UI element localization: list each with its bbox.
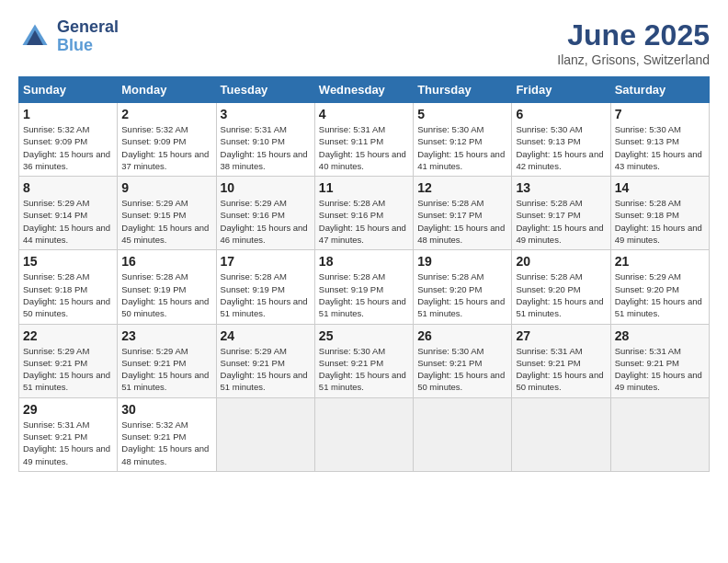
day-number: 5 [417, 107, 507, 121]
calendar-cell: 19Sunrise: 5:28 AMSunset: 9:20 PMDayligh… [414, 250, 512, 324]
day-number: 10 [221, 180, 311, 195]
page-header: General Blue June 2025 Ilanz, Grisons, S… [18, 18, 710, 67]
day-info: Sunrise: 5:29 AMSunset: 9:20 PMDaylight:… [615, 270, 705, 319]
day-info: Sunrise: 5:31 AMSunset: 9:21 PMDaylight:… [516, 345, 606, 394]
day-number: 4 [319, 107, 409, 121]
calendar-cell: 4Sunrise: 5:31 AMSunset: 9:11 PMDaylight… [314, 103, 413, 177]
sunset-text: Sunset: 9:21 PM [319, 358, 383, 368]
sunset-text: Sunset: 9:21 PM [221, 358, 285, 368]
sunset-text: Sunset: 9:20 PM [516, 284, 580, 294]
day-info: Sunrise: 5:30 AMSunset: 9:13 PMDaylight:… [516, 123, 606, 172]
sunrise-text: Sunrise: 5:28 AM [319, 198, 385, 208]
day-info: Sunrise: 5:28 AMSunset: 9:20 PMDaylight:… [417, 270, 507, 319]
sunset-text: Sunset: 9:12 PM [417, 136, 482, 146]
day-info: Sunrise: 5:29 AMSunset: 9:21 PMDaylight:… [23, 345, 113, 394]
daylight-text: Daylight: 15 hours and 37 minutes. [121, 149, 209, 171]
day-info: Sunrise: 5:31 AMSunset: 9:21 PMDaylight:… [615, 345, 705, 394]
sunset-text: Sunset: 9:21 PM [23, 358, 87, 368]
sunset-text: Sunset: 9:18 PM [615, 210, 679, 220]
calendar-cell: 21Sunrise: 5:29 AMSunset: 9:20 PMDayligh… [610, 250, 709, 324]
daylight-text: Daylight: 15 hours and 41 minutes. [417, 149, 505, 171]
sunset-text: Sunset: 9:17 PM [516, 210, 580, 220]
daylight-text: Daylight: 15 hours and 50 minutes. [417, 370, 505, 392]
sunrise-text: Sunrise: 5:29 AM [615, 271, 681, 282]
day-number: 11 [319, 180, 409, 195]
calendar-cell: 24Sunrise: 5:29 AMSunset: 9:21 PMDayligh… [216, 324, 314, 397]
sunset-text: Sunset: 9:16 PM [319, 210, 383, 220]
daylight-text: Daylight: 15 hours and 51 minutes. [23, 370, 110, 392]
sunrise-text: Sunrise: 5:29 AM [23, 198, 89, 208]
daylight-text: Daylight: 15 hours and 49 minutes. [615, 370, 702, 392]
sunrise-text: Sunrise: 5:28 AM [417, 271, 483, 282]
column-header-saturday: Saturday [610, 77, 709, 103]
sunrise-text: Sunrise: 5:29 AM [23, 346, 89, 356]
day-number: 28 [615, 328, 705, 343]
sunset-text: Sunset: 9:13 PM [516, 136, 580, 146]
daylight-text: Daylight: 15 hours and 36 minutes. [23, 149, 110, 171]
sunrise-text: Sunrise: 5:31 AM [23, 419, 89, 430]
sunset-text: Sunset: 9:21 PM [417, 358, 482, 368]
logo-text: General Blue [57, 18, 119, 55]
sunrise-text: Sunrise: 5:30 AM [417, 124, 483, 134]
sunrise-text: Sunrise: 5:32 AM [23, 124, 89, 134]
daylight-text: Daylight: 15 hours and 51 minutes. [319, 296, 406, 318]
calendar-cell: 2Sunrise: 5:32 AMSunset: 9:09 PMDaylight… [118, 103, 216, 177]
calendar-cell: 28Sunrise: 5:31 AMSunset: 9:21 PMDayligh… [610, 324, 709, 397]
column-header-thursday: Thursday [414, 77, 512, 103]
day-info: Sunrise: 5:28 AMSunset: 9:17 PMDaylight:… [417, 197, 507, 246]
sunrise-text: Sunrise: 5:30 AM [615, 124, 681, 134]
calendar-cell: 13Sunrise: 5:28 AMSunset: 9:17 PMDayligh… [512, 177, 610, 250]
calendar-cell: 29Sunrise: 5:31 AMSunset: 9:21 PMDayligh… [19, 397, 118, 471]
day-info: Sunrise: 5:29 AMSunset: 9:21 PMDaylight:… [221, 345, 311, 394]
calendar-cell: 1Sunrise: 5:32 AMSunset: 9:09 PMDaylight… [19, 103, 118, 177]
day-number: 1 [23, 107, 113, 121]
sunset-text: Sunset: 9:17 PM [417, 210, 482, 220]
daylight-text: Daylight: 15 hours and 48 minutes. [417, 223, 505, 245]
daylight-text: Daylight: 15 hours and 50 minutes. [516, 370, 603, 392]
calendar-cell: 9Sunrise: 5:29 AMSunset: 9:15 PMDaylight… [118, 177, 216, 250]
day-number: 6 [516, 107, 606, 121]
sunset-text: Sunset: 9:09 PM [23, 136, 87, 146]
day-info: Sunrise: 5:28 AMSunset: 9:18 PMDaylight:… [23, 270, 113, 319]
day-info: Sunrise: 5:30 AMSunset: 9:21 PMDaylight:… [417, 345, 507, 394]
sunset-text: Sunset: 9:20 PM [615, 284, 679, 294]
calendar-cell: 10Sunrise: 5:29 AMSunset: 9:16 PMDayligh… [216, 177, 314, 250]
day-number: 8 [23, 180, 113, 195]
calendar-cell: 5Sunrise: 5:30 AMSunset: 9:12 PMDaylight… [414, 103, 512, 177]
sunset-text: Sunset: 9:20 PM [417, 284, 482, 294]
column-header-sunday: Sunday [19, 77, 118, 103]
sunrise-text: Sunrise: 5:32 AM [121, 419, 188, 430]
month-title: June 2025 [557, 18, 710, 52]
day-info: Sunrise: 5:31 AMSunset: 9:11 PMDaylight:… [319, 123, 409, 172]
day-number: 12 [417, 180, 507, 195]
daylight-text: Daylight: 15 hours and 51 minutes. [319, 370, 406, 392]
day-info: Sunrise: 5:28 AMSunset: 9:16 PMDaylight:… [319, 197, 409, 246]
daylight-text: Daylight: 15 hours and 51 minutes. [417, 296, 505, 318]
day-number: 30 [121, 402, 211, 417]
day-info: Sunrise: 5:28 AMSunset: 9:19 PMDaylight:… [319, 270, 409, 319]
calendar-cell [414, 397, 512, 471]
day-number: 20 [516, 254, 606, 269]
day-info: Sunrise: 5:28 AMSunset: 9:20 PMDaylight:… [516, 270, 606, 319]
day-info: Sunrise: 5:29 AMSunset: 9:16 PMDaylight:… [221, 197, 311, 246]
calendar-header-row: SundayMondayTuesdayWednesdayThursdayFrid… [19, 77, 710, 103]
calendar-cell [610, 397, 709, 471]
day-number: 18 [319, 254, 409, 269]
daylight-text: Daylight: 15 hours and 51 minutes. [221, 370, 308, 392]
day-number: 3 [221, 107, 311, 121]
sunset-text: Sunset: 9:16 PM [221, 210, 285, 220]
day-info: Sunrise: 5:31 AMSunset: 9:21 PMDaylight:… [23, 419, 113, 467]
daylight-text: Daylight: 15 hours and 44 minutes. [23, 223, 110, 245]
sunrise-text: Sunrise: 5:29 AM [121, 346, 188, 356]
calendar-cell: 7Sunrise: 5:30 AMSunset: 9:13 PMDaylight… [610, 103, 709, 177]
calendar-week-row: 22Sunrise: 5:29 AMSunset: 9:21 PMDayligh… [19, 324, 710, 397]
sunrise-text: Sunrise: 5:28 AM [417, 198, 483, 208]
sunrise-text: Sunrise: 5:28 AM [221, 271, 287, 282]
calendar-cell [216, 397, 314, 471]
daylight-text: Daylight: 15 hours and 38 minutes. [221, 149, 308, 171]
sunrise-text: Sunrise: 5:28 AM [121, 271, 188, 282]
calendar-week-row: 8Sunrise: 5:29 AMSunset: 9:14 PMDaylight… [19, 177, 710, 250]
sunset-text: Sunset: 9:19 PM [319, 284, 383, 294]
day-info: Sunrise: 5:28 AMSunset: 9:19 PMDaylight:… [221, 270, 311, 319]
calendar-cell [314, 397, 413, 471]
